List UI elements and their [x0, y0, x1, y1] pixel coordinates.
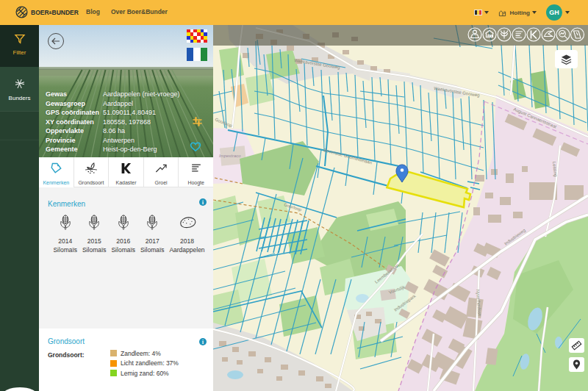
svg-text:Impextraco: Impextraco: [219, 154, 241, 158]
